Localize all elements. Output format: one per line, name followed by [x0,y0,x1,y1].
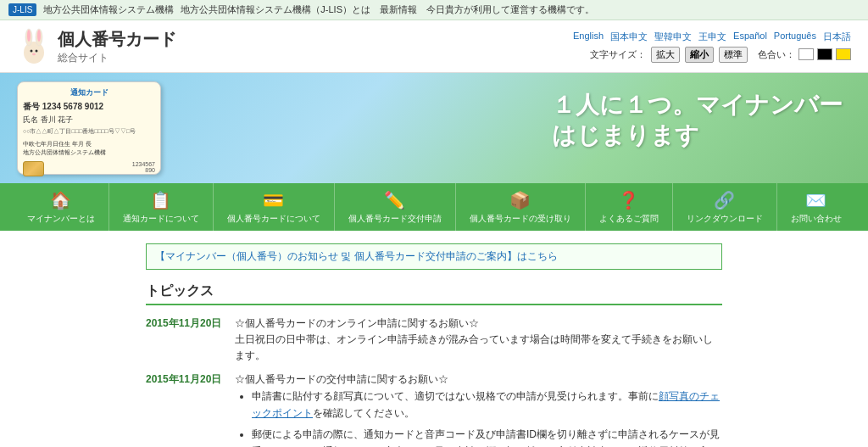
nav-notice-card[interactable]: 📋 通知カードについて [109,183,214,231]
color-controls: 色合い： [758,48,851,61]
banner-subtext: 地方公共団体情報システム機構（J-LIS）とは 最新情報 今日貴方が利用して運営… [181,3,594,16]
font-size-label: 文字サイズ： [590,48,646,61]
lang-korean[interactable]: 聖韓申文 [654,31,692,43]
svg-point-7 [36,50,38,53]
apply-icon: ✏️ [384,190,405,210]
header-left: 個人番号カード 総合サイト [17,27,176,65]
card-name-field: 氏名 香川 花子 [23,115,155,126]
nav-apply[interactable]: ✏️ 個人番号カード交付申請 [335,183,456,231]
mascot-icon [17,27,51,65]
card-title: 通知カード [23,87,155,98]
card-address-field: ○○市△△町△丁目□□□番地□□□□号▽▽□号 [23,127,155,136]
site-title: 個人番号カード [58,28,176,51]
site-title-block: 個人番号カード 総合サイト [58,28,176,65]
nav-links-label: リンクダウンロード [687,213,763,224]
nav-notice-card-label: 通知カードについて [123,213,199,224]
svg-point-5 [26,45,42,60]
topic-sublist-2: 申請書に貼付する顔写真について、適切ではない規格での申請が見受けられます。事前に… [235,388,722,447]
lang-english[interactable]: English [573,31,604,43]
lang-chinese-trad[interactable]: 国本申文 [610,31,648,43]
header-right: English 国本申文 聖韓申文 王申文 Español Português … [573,31,851,63]
topic-title-2: ☆個人番号カードの交付申請に関するお願い☆ [235,372,722,388]
notice-bar: 【マイナンバー（個人番号）のお知らせ 및 個人番号カード交付申請のご案内】はこち… [146,243,722,270]
faq-icon: ❓ [618,190,639,210]
my-number-card-icon: 💳 [263,190,284,210]
topic-title-1: ☆個人番号カードのオンライン申請に関するお願い☆ [235,316,722,332]
topics-title: トピックス [146,282,722,305]
svg-point-3 [27,30,31,42]
nav-contact[interactable]: ✉️ お問い合わせ [777,183,855,231]
svg-point-8 [32,53,36,55]
nav-mynumber[interactable]: 🏠 マイナンバーとは [14,183,109,231]
nav-faq-label: よくあるご質問 [599,213,659,224]
card-bottom: 1234567890 [23,161,155,176]
lang-chinese-simp[interactable]: 王申文 [698,31,726,43]
photo-link[interactable]: 顔写真のチェックポイント [252,390,720,419]
top-banner: J-LIS 地方公共団体情報システム機構 地方公共団体情報システム機構（J-LI… [0,0,868,20]
topic-content-1: ☆個人番号カードのオンライン申請に関するお願い☆ 土日祝日の日中帯は、オンライン… [235,316,722,365]
topic-subitem-2-1: 申請書に貼付する顔写真について、適切ではない規格での申請が見受けられます。事前に… [252,388,722,422]
font-controls: 文字サイズ： 拡大 縮小 標準 [590,47,748,63]
card-number: 番号 1234 5678 9012 [23,101,155,113]
font-normal-button[interactable]: 標準 [719,47,748,63]
header: 個人番号カード 総合サイト English 国本申文 聖韓申文 王申文 Espa… [0,20,868,73]
nav-mynumber-label: マイナンバーとは [27,213,95,224]
color-yellow-button[interactable] [836,48,851,60]
main-nav: 🏠 マイナンバーとは 📋 通知カードについて 💳 個人番号カードについて ✏️ … [0,183,868,231]
nav-contact-label: お問い合わせ [791,213,842,224]
notification-card: 通知カード 番号 1234 5678 9012 氏名 香川 花子 ○○市△△町△… [17,81,161,175]
topic-row-2: 2015年11月20日 ☆個人番号カードの交付申請に関するお願い☆ 申請書に貼付… [146,372,722,447]
notice-card-icon: 📋 [150,190,171,210]
links-icon: 🔗 [714,190,735,210]
topic-content-2: ☆個人番号カードの交付申請に関するお願い☆ 申請書に貼付する顔写真について、適切… [235,372,722,447]
nav-receive-label: 個人番号カードの受け取り [470,213,571,224]
color-label: 色合い： [758,48,795,61]
svg-point-6 [31,50,33,53]
notice-link[interactable]: 【マイナンバー（個人番号）のお知らせ 및 個人番号カード交付申請のご案内】はこち… [155,250,558,262]
hero-banner: 通知カード 番号 1234 5678 9012 氏名 香川 花子 ○○市△△町△… [0,73,868,183]
nav-my-number-card[interactable]: 💳 個人番号カードについて [214,183,335,231]
color-black-button[interactable] [817,48,832,60]
card-chip [23,161,44,176]
nav-apply-label: 個人番号カード交付申請 [348,213,442,224]
font-large-button[interactable]: 拡大 [651,47,680,63]
nav-faq[interactable]: ❓ よくあるご質問 [586,183,673,231]
receive-icon: 📦 [509,190,531,210]
topic-subitem-2-2: 郵便による申請の際に、通知カードと音声コード及び申請書ID欄を切り離さずに申請さ… [252,426,722,447]
lang-spanish[interactable]: Español [733,31,767,43]
topic-row-1: 2015年11月20日 ☆個人番号カードのオンライン申請に関するお願い☆ 土日祝… [146,316,722,365]
topic-date-1: 2015年11月20日 [146,316,222,365]
svg-point-4 [37,30,41,42]
topic-date-2: 2015年11月20日 [146,372,222,447]
lang-japanese[interactable]: 日本語 [823,31,851,43]
contact-icon: ✉️ [805,190,826,210]
jlis-logo: J-LIS [8,3,36,16]
hero-text: １人に１つ。マイナンバーはじまります [552,90,843,152]
lang-portuguese[interactable]: Português [774,31,816,43]
lang-links: English 国本申文 聖韓申文 王申文 Español Português … [573,31,851,43]
site-subtitle: 総合サイト [58,51,176,65]
mynumber-icon: 🏠 [50,190,71,210]
nav-receive[interactable]: 📦 個人番号カードの受け取り [456,183,586,231]
banner-org-name: 地方公共団体情報システム機構 [43,3,174,16]
main-content: 【マイナンバー（個人番号）のお知らせ 및 個人番号カード交付申請のご案内】はこち… [129,231,739,447]
font-small-button[interactable]: 縮小 [685,47,714,63]
topic-body-1: 土日祝日の日中帯は、オンライン申請手続きが混み合っています場合は時間帯を変えて手… [235,332,722,364]
color-white-button[interactable] [798,48,814,60]
nav-my-number-card-label: 個人番号カードについて [227,213,320,224]
nav-links[interactable]: 🔗 リンクダウンロード [673,183,777,231]
